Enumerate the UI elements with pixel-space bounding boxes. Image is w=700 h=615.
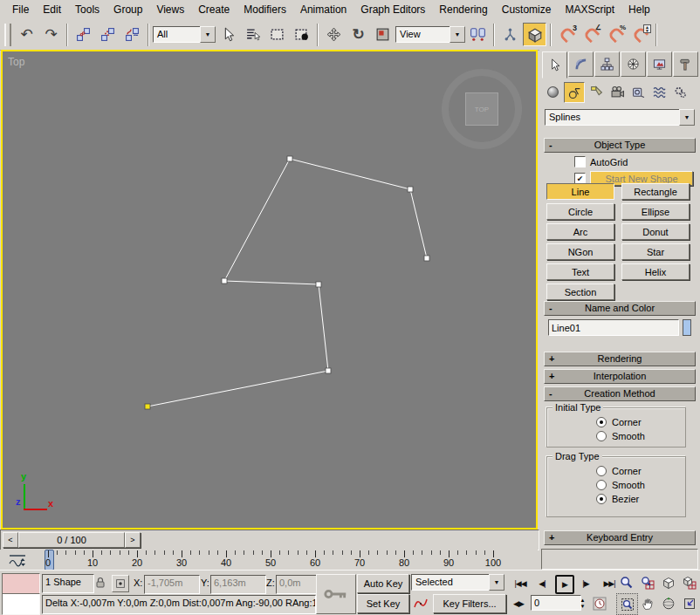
dropdown-arrow-icon[interactable]: ▼ [450, 26, 465, 43]
radio-drag-type-smooth[interactable]: Smooth [596, 480, 685, 490]
percent-snap-toggle-icon[interactable]: % [604, 23, 628, 46]
tab-create-icon[interactable] [542, 51, 567, 79]
rollout-name-and-color[interactable]: - Name and Color [544, 301, 696, 316]
dropdown-arrow-icon[interactable]: ▼ [489, 574, 504, 591]
select-by-name-icon[interactable] [241, 23, 264, 46]
time-slider-handle[interactable]: 0 / 100 [18, 532, 125, 548]
rollout-creation-method[interactable]: - Creation Method [544, 386, 696, 401]
radio-initial-type-smooth[interactable]: Smooth [596, 431, 685, 441]
select-and-link-icon[interactable] [72, 23, 95, 46]
autogrid-row[interactable]: ✔ AutoGrid [574, 156, 628, 167]
keyboard-shortcut-override-icon[interactable] [523, 23, 546, 46]
object-type-button-ngon[interactable]: NGon [546, 243, 614, 260]
rollout-interpolation[interactable]: + Interpolation [544, 369, 696, 384]
auto-key-button[interactable]: Auto Key [357, 574, 409, 593]
autogrid-checkbox[interactable]: ✔ [574, 156, 586, 167]
bind-to-space-warp-icon[interactable] [120, 23, 144, 46]
set-key-button[interactable]: Set Key [357, 594, 409, 613]
menu-item-create[interactable]: Create [191, 1, 237, 18]
space-warps-icon[interactable] [649, 82, 669, 101]
viewport-top[interactable]: Top TOP y x z [1, 50, 538, 530]
zoom-extents-all-icon[interactable] [679, 572, 699, 592]
object-color-swatch[interactable] [683, 319, 691, 336]
undo-icon[interactable]: ↶ [15, 23, 38, 46]
time-slider[interactable]: < 0 / 100 > [0, 530, 539, 550]
object-type-button-star[interactable]: Star [621, 243, 690, 260]
menu-item-views[interactable]: Views [149, 1, 191, 18]
menu-item-graph-editors[interactable]: Graph Editors [353, 1, 432, 18]
mini-curve-editor-icon[interactable] [5, 551, 30, 569]
unlink-selection-icon[interactable] [96, 23, 120, 46]
tab-motion-icon[interactable] [621, 51, 646, 77]
maxscript-listener-pink[interactable] [2, 573, 40, 594]
object-name-input[interactable] [548, 319, 679, 336]
reference-coordinate-system-dropdown[interactable]: View ▼ [395, 26, 465, 43]
menu-item-help[interactable]: Help [621, 1, 657, 18]
selection-lock-icon[interactable] [93, 576, 107, 591]
snaps-toggle-3d-icon[interactable]: 3 [555, 23, 579, 46]
menu-item-group[interactable]: Group [106, 1, 149, 18]
zoom-icon[interactable] [616, 572, 636, 592]
time-slider-next-icon[interactable]: > [125, 532, 141, 548]
arc-rotate-icon[interactable] [658, 593, 678, 613]
absolute-relative-toggle-icon[interactable] [112, 575, 129, 592]
toolbar-grip[interactable] [4, 24, 11, 46]
spinner-snap-toggle-icon[interactable]: ▲▼ [628, 23, 652, 46]
time-slider-prev-icon[interactable]: < [3, 532, 18, 548]
rectangular-selection-region-icon[interactable] [265, 23, 289, 46]
zoom-extents-icon[interactable] [658, 572, 678, 592]
rollout-object-type[interactable]: - Object Type [544, 138, 696, 153]
use-pivot-point-center-icon[interactable] [466, 23, 490, 46]
selection-filter-dropdown[interactable]: All ▼ [153, 26, 216, 43]
object-type-button-helix[interactable]: Helix [621, 263, 690, 280]
select-object-icon[interactable] [216, 23, 240, 46]
shape-category-dropdown[interactable]: Splines ▼ [545, 109, 695, 126]
select-and-move-icon[interactable] [322, 23, 346, 46]
angle-snap-toggle-icon[interactable]: ∠ [580, 23, 603, 46]
menu-item-tools[interactable]: Tools [68, 1, 106, 18]
key-filters-button[interactable]: Key Filters... [433, 594, 506, 613]
menu-item-file[interactable]: File [5, 1, 36, 18]
tab-hierarchy-icon[interactable] [594, 51, 620, 77]
object-type-button-arc[interactable]: Arc [546, 223, 614, 240]
radio-initial-type-corner[interactable]: Corner [596, 417, 685, 427]
cameras-icon[interactable] [607, 82, 627, 101]
menu-item-rendering[interactable]: Rendering [432, 1, 494, 18]
dropdown-arrow-icon[interactable]: ▼ [200, 26, 216, 43]
object-type-button-rectangle[interactable]: Rectangle [621, 183, 690, 200]
select-and-rotate-icon[interactable]: ↻ [347, 23, 370, 46]
time-configuration-icon[interactable] [591, 595, 608, 612]
object-type-button-section[interactable]: Section [546, 284, 614, 300]
helpers-icon[interactable] [628, 82, 648, 101]
object-type-button-circle[interactable]: Circle [546, 203, 614, 220]
tab-display-icon[interactable] [647, 51, 672, 77]
menu-item-customize[interactable]: Customize [495, 1, 559, 18]
dropdown-arrow-icon[interactable]: ▼ [679, 109, 695, 126]
y-coord-field[interactable]: 6,163m [210, 575, 266, 594]
tab-utilities-icon[interactable] [673, 51, 698, 77]
min-max-toggle-icon[interactable] [679, 593, 699, 613]
shapes-icon[interactable] [564, 82, 585, 103]
select-and-scale-icon[interactable] [371, 23, 395, 46]
go-to-start-icon[interactable]: |◀◀ [510, 576, 531, 591]
key-filter-selection-dropdown[interactable]: Selected ▼ [411, 574, 504, 591]
rollout-rendering[interactable]: + Rendering [544, 352, 696, 366]
z-coord-field[interactable]: 0,0m [276, 575, 319, 594]
frame-spinner[interactable]: ▲▼ [578, 595, 587, 611]
pan-icon[interactable] [637, 593, 657, 613]
object-type-button-line[interactable]: Line [546, 183, 614, 200]
current-frame-field[interactable] [531, 595, 581, 611]
x-coord-field[interactable]: -1,705m [144, 575, 200, 594]
maxscript-listener-white[interactable] [2, 593, 40, 615]
menu-item-edit[interactable]: Edit [36, 1, 68, 18]
radio-drag-type-bezier[interactable]: Bezier [596, 494, 685, 504]
zoom-region-icon[interactable] [616, 593, 638, 615]
set-key-mode-key-icon[interactable] [316, 574, 356, 614]
trackbar-ruler[interactable]: 0102030405060708090100 [38, 550, 538, 571]
select-and-manipulate-icon[interactable] [498, 23, 522, 46]
window-crossing-toggle-icon[interactable] [290, 23, 313, 46]
zoom-all-icon[interactable] [637, 572, 657, 592]
object-type-button-ellipse[interactable]: Ellipse [621, 203, 690, 220]
tab-modify-icon[interactable] [568, 51, 594, 77]
key-mode-toggle-icon[interactable]: ◀▶ [510, 596, 527, 612]
